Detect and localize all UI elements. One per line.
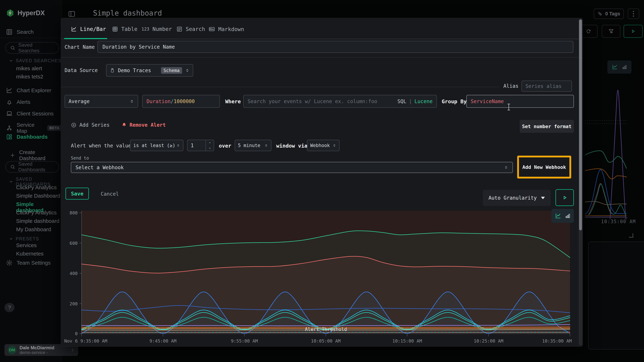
svg-text:400: 400: [70, 271, 78, 276]
svg-text:10:25:00 AM: 10:25:00 AM: [474, 339, 504, 344]
tutorial-highlight-ring: Add New Webhook: [517, 156, 571, 179]
where-placeholder: Search your events w/ Lucene ex. column:…: [248, 98, 395, 104]
svg-text:9:45:00 AM: 9:45:00 AM: [150, 339, 176, 344]
series-divider: [61, 87, 499, 87]
select-updown-icon: [504, 165, 508, 170]
where-label: Where: [225, 98, 241, 105]
field-expression-input[interactable]: Duration/1000000: [142, 95, 220, 108]
save-button[interactable]: Save: [66, 187, 89, 199]
remove-alert-button[interactable]: Remove Alert: [121, 122, 166, 128]
alert-condition-select[interactable]: is at least (≥): [130, 140, 183, 151]
preview-run-button[interactable]: [556, 189, 574, 206]
alert-channel-select[interactable]: Webhook: [307, 140, 340, 151]
where-search-input[interactable]: Search your events w/ Lucene ex. column:…: [243, 95, 437, 108]
select-updown-icon: [130, 99, 134, 104]
granularity-select[interactable]: Auto Granularity: [483, 190, 550, 206]
markdown-icon: [208, 26, 215, 32]
chevron-down-icon: [541, 197, 545, 199]
active-tab-underline: [64, 38, 107, 39]
set-number-format-button[interactable]: Set number format: [520, 120, 574, 133]
svg-text:10:15:00 AM: 10:15:00 AM: [392, 339, 422, 344]
send-to-label: Send to: [71, 156, 89, 161]
over-label: over: [219, 143, 231, 149]
sql-toggle[interactable]: SQL: [397, 98, 406, 104]
select-updown-icon: [332, 144, 336, 147]
data-source-label: Data Source: [64, 67, 98, 73]
line-chart-icon[interactable]: [555, 213, 561, 219]
group-by-label: Group By: [442, 98, 467, 105]
select-updown-icon: [264, 144, 268, 147]
list-icon: [176, 26, 182, 32]
alias-placeholder: Series alias: [526, 83, 562, 89]
alert-bell-icon: [121, 122, 127, 128]
screen: HyperDX Search Saved Searches SAVED SEAR…: [0, 0, 644, 362]
tab-bar-border: [61, 39, 583, 39]
circle-plus-icon: [71, 122, 76, 128]
select-updown-icon: [185, 68, 190, 73]
svg-text:600: 600: [70, 241, 78, 246]
svg-text:10:05:00 AM: 10:05:00 AM: [311, 339, 340, 344]
tab-search[interactable]: Search: [176, 26, 205, 32]
window-via-label: window via: [276, 143, 308, 149]
schema-badge: Schema: [161, 67, 182, 74]
add-new-webhook-button[interactable]: Add New Webhook: [519, 158, 570, 177]
svg-text:200: 200: [70, 301, 78, 306]
svg-text:Nov 6 9:35:00 AM: Nov 6 9:35:00 AM: [64, 339, 107, 344]
add-series-button[interactable]: Add Series: [71, 122, 110, 128]
modal-scrollbar-thumb[interactable]: [579, 19, 582, 230]
preview-chart: 0200400600800Nov 6 9:35:00 AM9:45:00 AM9…: [64, 209, 579, 346]
alert-threshold-input[interactable]: 1: [187, 140, 214, 151]
bar-chart-icon[interactable]: [565, 213, 571, 219]
tab-table[interactable]: Table: [112, 26, 138, 32]
number-123-icon: 123: [142, 27, 149, 32]
edit-chart-modal: Line/Bar Table 123 Number Search Markdow…: [61, 18, 583, 347]
tab-line-bar[interactable]: Line/Bar: [71, 26, 106, 32]
group-by-input[interactable]: ServiceName: [466, 95, 574, 108]
data-source-select[interactable]: Demo Traces Schema: [106, 64, 193, 77]
svg-text:9:55:00 AM: 9:55:00 AM: [231, 339, 258, 344]
tab-number[interactable]: 123 Number: [142, 26, 172, 32]
number-stepper[interactable]: [206, 140, 214, 151]
svg-text:800: 800: [70, 210, 78, 215]
play-icon: [562, 194, 568, 201]
tab-markdown[interactable]: Markdown: [208, 26, 244, 32]
svg-text:10:35:00 AM: 10:35:00 AM: [542, 339, 572, 344]
alert-window-select[interactable]: 5 minute: [235, 140, 271, 151]
cancel-button[interactable]: Cancel: [101, 191, 119, 197]
webhook-select[interactable]: Select a Webhook: [71, 162, 513, 173]
alias-label: Alias: [504, 83, 518, 89]
section-divider: [61, 57, 583, 57]
select-updown-icon: [176, 144, 180, 147]
text-cursor-icon: [507, 103, 511, 111]
line-chart-icon: [71, 26, 77, 32]
database-icon: [110, 68, 115, 73]
chart-type-toggle[interactable]: [552, 209, 574, 223]
chart-name-label: Chart Name: [64, 44, 95, 50]
series-alias-input[interactable]: Series alias: [522, 81, 572, 92]
aggregation-select[interactable]: Average: [64, 95, 138, 108]
alert-prefix-label: Alert when the value: [71, 143, 131, 149]
lucene-toggle[interactable]: Lucene: [414, 98, 432, 104]
chart-name-input[interactable]: Duration by Service Name: [98, 41, 573, 53]
svg-text:Alert Threshold: Alert Threshold: [305, 327, 347, 332]
svg-text:0: 0: [75, 331, 78, 336]
table-icon: [112, 26, 118, 32]
